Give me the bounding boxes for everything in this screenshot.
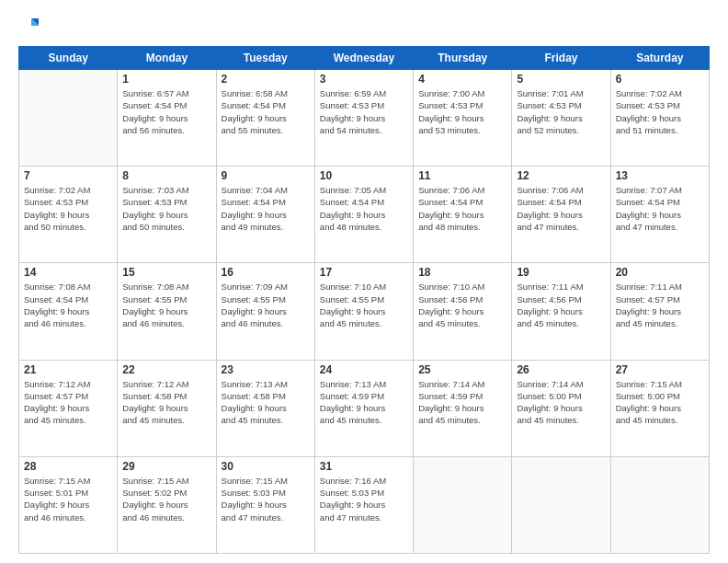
- day-info: Sunrise: 7:10 AM Sunset: 4:55 PM Dayligh…: [320, 281, 408, 329]
- day-number: 23: [222, 363, 310, 376]
- day-info: Sunrise: 7:07 AM Sunset: 4:54 PM Dayligh…: [616, 184, 704, 233]
- day-info: Sunrise: 7:01 AM Sunset: 4:53 PM Dayligh…: [517, 87, 605, 136]
- day-number: 8: [122, 169, 210, 182]
- day-number: 18: [418, 266, 506, 279]
- day-number: 20: [616, 266, 704, 279]
- day-number: 17: [320, 266, 408, 279]
- day-info: Sunrise: 7:02 AM Sunset: 4:53 PM Dayligh…: [616, 87, 704, 136]
- calendar-day-cell: 4Sunrise: 7:00 AM Sunset: 4:53 PM Daylig…: [414, 70, 512, 167]
- calendar-day-cell: [512, 456, 610, 553]
- calendar-day-cell: 6Sunrise: 7:02 AM Sunset: 4:53 PM Daylig…: [610, 70, 709, 167]
- weekday-header: Saturday: [610, 47, 709, 70]
- day-number: 15: [122, 266, 210, 279]
- day-number: 4: [418, 73, 506, 86]
- day-number: 31: [320, 460, 408, 473]
- calendar-day-cell: 28Sunrise: 7:15 AM Sunset: 5:01 PM Dayli…: [19, 456, 118, 553]
- calendar-day-cell: 31Sunrise: 7:16 AM Sunset: 5:03 PM Dayli…: [314, 456, 413, 553]
- calendar-week-row: 7Sunrise: 7:02 AM Sunset: 4:53 PM Daylig…: [19, 167, 710, 263]
- calendar-day-cell: 17Sunrise: 7:10 AM Sunset: 4:55 PM Dayli…: [314, 263, 413, 360]
- day-info: Sunrise: 7:11 AM Sunset: 4:56 PM Dayligh…: [517, 281, 605, 329]
- day-number: 22: [122, 363, 210, 376]
- day-number: 3: [320, 73, 408, 86]
- day-info: Sunrise: 7:04 AM Sunset: 4:54 PM Dayligh…: [222, 184, 310, 233]
- weekday-header: Tuesday: [216, 47, 314, 70]
- calendar-day-cell: 13Sunrise: 7:07 AM Sunset: 4:54 PM Dayli…: [610, 167, 709, 263]
- day-info: Sunrise: 7:15 AM Sunset: 5:03 PM Dayligh…: [222, 475, 310, 523]
- day-number: 10: [320, 169, 408, 182]
- day-number: 9: [222, 169, 310, 182]
- day-info: Sunrise: 7:03 AM Sunset: 4:53 PM Dayligh…: [122, 184, 210, 233]
- calendar-week-row: 1Sunrise: 6:57 AM Sunset: 4:54 PM Daylig…: [19, 70, 710, 167]
- day-number: 11: [418, 169, 506, 182]
- day-info: Sunrise: 7:14 AM Sunset: 5:00 PM Dayligh…: [517, 378, 605, 427]
- day-number: 27: [616, 363, 704, 376]
- day-info: Sunrise: 6:57 AM Sunset: 4:54 PM Dayligh…: [122, 87, 210, 136]
- day-number: 12: [517, 169, 605, 182]
- day-info: Sunrise: 7:14 AM Sunset: 4:59 PM Dayligh…: [418, 378, 506, 427]
- calendar-day-cell: 20Sunrise: 7:11 AM Sunset: 4:57 PM Dayli…: [610, 263, 709, 360]
- calendar-day-cell: 24Sunrise: 7:13 AM Sunset: 4:59 PM Dayli…: [314, 360, 413, 456]
- calendar-day-cell: 15Sunrise: 7:08 AM Sunset: 4:55 PM Dayli…: [118, 263, 216, 360]
- weekday-header: Friday: [512, 47, 610, 70]
- day-number: 21: [24, 363, 112, 376]
- calendar-day-cell: 18Sunrise: 7:10 AM Sunset: 4:56 PM Dayli…: [414, 263, 512, 360]
- day-info: Sunrise: 7:15 AM Sunset: 5:01 PM Dayligh…: [24, 475, 112, 523]
- calendar-day-cell: 22Sunrise: 7:12 AM Sunset: 4:58 PM Dayli…: [118, 360, 216, 456]
- day-info: Sunrise: 7:00 AM Sunset: 4:53 PM Dayligh…: [418, 87, 506, 136]
- weekday-header: Wednesday: [314, 47, 413, 70]
- day-number: 6: [616, 73, 704, 86]
- calendar-day-cell: 3Sunrise: 6:59 AM Sunset: 4:53 PM Daylig…: [314, 70, 413, 167]
- calendar-day-cell: 12Sunrise: 7:06 AM Sunset: 4:54 PM Dayli…: [512, 167, 610, 263]
- day-number: 2: [222, 73, 310, 86]
- logo: [18, 15, 42, 39]
- day-number: 16: [222, 266, 310, 279]
- calendar-header-row: SundayMondayTuesdayWednesdayThursdayFrid…: [19, 47, 710, 70]
- calendar-day-cell: 14Sunrise: 7:08 AM Sunset: 4:54 PM Dayli…: [19, 263, 118, 360]
- day-number: 14: [24, 266, 112, 279]
- day-info: Sunrise: 7:10 AM Sunset: 4:56 PM Dayligh…: [418, 281, 506, 329]
- calendar-day-cell: 26Sunrise: 7:14 AM Sunset: 5:00 PM Dayli…: [512, 360, 610, 456]
- day-number: 25: [418, 363, 506, 376]
- calendar-day-cell: 7Sunrise: 7:02 AM Sunset: 4:53 PM Daylig…: [19, 167, 118, 263]
- day-info: Sunrise: 6:58 AM Sunset: 4:54 PM Dayligh…: [222, 87, 310, 136]
- day-info: Sunrise: 7:15 AM Sunset: 5:02 PM Dayligh…: [122, 475, 210, 523]
- calendar-day-cell: 11Sunrise: 7:06 AM Sunset: 4:54 PM Dayli…: [414, 167, 512, 263]
- calendar-day-cell: 1Sunrise: 6:57 AM Sunset: 4:54 PM Daylig…: [118, 70, 216, 167]
- calendar-day-cell: [414, 456, 512, 553]
- weekday-header: Sunday: [19, 47, 118, 70]
- weekday-header: Thursday: [414, 47, 512, 70]
- calendar-day-cell: 8Sunrise: 7:03 AM Sunset: 4:53 PM Daylig…: [118, 167, 216, 263]
- calendar-day-cell: 5Sunrise: 7:01 AM Sunset: 4:53 PM Daylig…: [512, 70, 610, 167]
- day-info: Sunrise: 7:05 AM Sunset: 4:54 PM Dayligh…: [320, 184, 408, 233]
- day-number: 13: [616, 169, 704, 182]
- day-info: Sunrise: 7:11 AM Sunset: 4:57 PM Dayligh…: [616, 281, 704, 329]
- day-info: Sunrise: 7:08 AM Sunset: 4:54 PM Dayligh…: [24, 281, 112, 329]
- calendar-day-cell: 9Sunrise: 7:04 AM Sunset: 4:54 PM Daylig…: [216, 167, 314, 263]
- day-number: 24: [320, 363, 408, 376]
- calendar-day-cell: [19, 70, 118, 167]
- calendar-day-cell: 25Sunrise: 7:14 AM Sunset: 4:59 PM Dayli…: [414, 360, 512, 456]
- day-number: 29: [122, 460, 210, 473]
- day-info: Sunrise: 7:16 AM Sunset: 5:03 PM Dayligh…: [320, 475, 408, 523]
- day-info: Sunrise: 7:12 AM Sunset: 4:58 PM Dayligh…: [122, 378, 210, 427]
- calendar-day-cell: 10Sunrise: 7:05 AM Sunset: 4:54 PM Dayli…: [314, 167, 413, 263]
- weekday-header: Monday: [118, 47, 216, 70]
- calendar-week-row: 14Sunrise: 7:08 AM Sunset: 4:54 PM Dayli…: [19, 263, 710, 360]
- calendar-day-cell: 19Sunrise: 7:11 AM Sunset: 4:56 PM Dayli…: [512, 263, 610, 360]
- day-info: Sunrise: 7:08 AM Sunset: 4:55 PM Dayligh…: [122, 281, 210, 329]
- calendar-week-row: 28Sunrise: 7:15 AM Sunset: 5:01 PM Dayli…: [19, 456, 710, 553]
- day-number: 28: [24, 460, 112, 473]
- day-info: Sunrise: 7:13 AM Sunset: 4:59 PM Dayligh…: [320, 378, 408, 427]
- calendar-day-cell: 2Sunrise: 6:58 AM Sunset: 4:54 PM Daylig…: [216, 70, 314, 167]
- day-info: Sunrise: 7:15 AM Sunset: 5:00 PM Dayligh…: [616, 378, 704, 427]
- day-info: Sunrise: 7:12 AM Sunset: 4:57 PM Dayligh…: [24, 378, 112, 427]
- day-number: 5: [517, 73, 605, 86]
- calendar-day-cell: 30Sunrise: 7:15 AM Sunset: 5:03 PM Dayli…: [216, 456, 314, 553]
- logo-icon: [18, 15, 39, 35]
- day-info: Sunrise: 7:02 AM Sunset: 4:53 PM Dayligh…: [24, 184, 112, 233]
- day-number: 1: [122, 73, 210, 86]
- day-info: Sunrise: 7:13 AM Sunset: 4:58 PM Dayligh…: [222, 378, 310, 427]
- day-info: Sunrise: 7:06 AM Sunset: 4:54 PM Dayligh…: [418, 184, 506, 233]
- calendar-day-cell: 29Sunrise: 7:15 AM Sunset: 5:02 PM Dayli…: [118, 456, 216, 553]
- header: [18, 15, 710, 39]
